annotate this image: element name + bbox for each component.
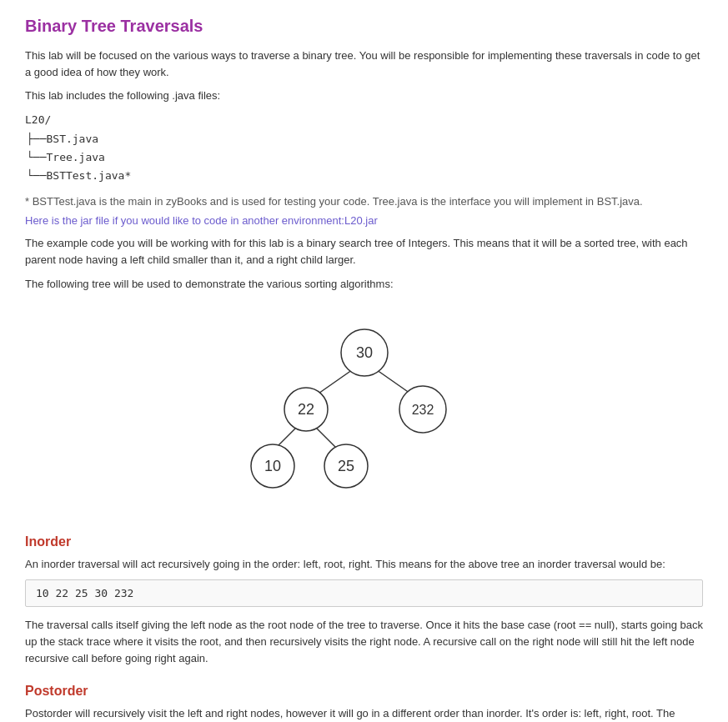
postorder-desc: Postorder will recursively visit the lef…	[25, 705, 703, 722]
inorder-desc: An inorder traversal will act recursivel…	[25, 556, 703, 573]
file-tree-file-3: └──BSTTest.java*	[25, 167, 703, 185]
svg-text:22: 22	[297, 401, 314, 418]
file-tree: L20/ ├──BST.java └──Tree.java └──BSTTest…	[25, 111, 703, 184]
tree-diagram: 30 22 232 10 25	[25, 309, 703, 509]
svg-text:30: 30	[355, 344, 372, 361]
intro-paragraph-2: This lab includes the following .java fi…	[25, 88, 703, 104]
desc-paragraph-1: The example code you will be working wit…	[25, 235, 703, 268]
jar-link-label: Here is the jar file if you would like t…	[25, 214, 344, 227]
file-tree-file-1: ├──BST.java	[25, 130, 703, 148]
page-title: Binary Tree Traversals	[25, 17, 703, 36]
file-tree-file-2: └──Tree.java	[25, 148, 703, 167]
svg-text:10: 10	[264, 458, 280, 474]
note-text: * BSTTest.java is the main in zyBooks an…	[25, 193, 703, 210]
jar-link-line: Here is the jar file if you would like t…	[25, 214, 703, 227]
inorder-result: 10 22 25 30 232	[36, 587, 133, 599]
inorder-explanation: The traversal calls itself giving the le…	[25, 617, 703, 667]
tree-svg: 30 22 232 10 25	[231, 309, 498, 509]
file-tree-root: L20/	[25, 111, 703, 129]
inorder-heading: Inorder	[25, 534, 703, 549]
svg-text:25: 25	[337, 458, 354, 474]
intro-paragraph-1: This lab will be focused on the various …	[25, 48, 703, 81]
jar-link[interactable]: L20.jar	[344, 214, 378, 227]
desc-paragraph-2: The following tree will be used to demon…	[25, 276, 703, 293]
postorder-heading: Postorder	[25, 684, 703, 699]
inorder-result-box: 10 22 25 30 232	[25, 579, 703, 607]
svg-text:232: 232	[411, 403, 434, 417]
